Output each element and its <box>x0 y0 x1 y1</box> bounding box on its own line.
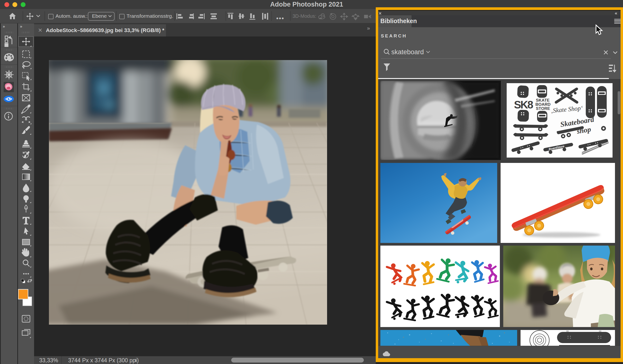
svg-text:»: » <box>3 24 5 29</box>
svg-text:»: » <box>20 24 22 29</box>
svg-text:STORE: STORE <box>536 106 550 111</box>
svg-text:SK8: SK8 <box>514 99 533 111</box>
